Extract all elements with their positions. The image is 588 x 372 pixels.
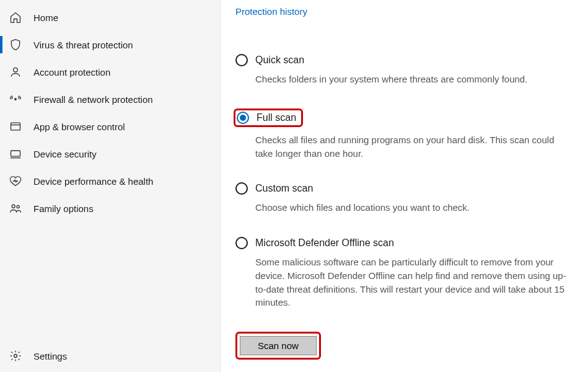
svg-point-1 [15, 99, 17, 100]
svg-point-4 [12, 205, 15, 208]
device-icon [9, 147, 22, 161]
radio-custom-scan[interactable] [235, 182, 248, 195]
sidebar: Home Virus & threat protection Account p… [0, 0, 221, 372]
sidebar-label-app-browser: App & browser control [33, 122, 125, 132]
scan-option-full: Full scan Checks all files and running p… [235, 108, 577, 161]
sidebar-item-firewall[interactable]: Firewall & network protection [0, 86, 220, 113]
scan-option-head-full[interactable]: Full scan [234, 108, 303, 127]
scan-option-offline: Microsoft Defender Offline scan Some mal… [235, 237, 577, 309]
sidebar-label-performance: Device performance & health [33, 176, 153, 187]
scan-option-head-offline[interactable]: Microsoft Defender Offline scan [235, 237, 577, 249]
heart-icon [9, 174, 22, 188]
svg-point-5 [17, 205, 19, 208]
sidebar-label-settings: Settings [33, 351, 67, 361]
radio-label-custom-scan[interactable]: Custom scan [255, 183, 313, 194]
protection-history-link[interactable]: Protection history [235, 6, 307, 17]
sidebar-label-firewall: Firewall & network protection [33, 94, 153, 105]
scan-desc-offline: Some malicious software can be particula… [255, 255, 571, 309]
sidebar-item-family[interactable]: Family options [0, 195, 220, 222]
sidebar-item-home[interactable]: Home [0, 4, 220, 31]
radio-full-scan[interactable] [237, 112, 249, 124]
sidebar-item-device-security[interactable]: Device security [0, 140, 220, 167]
person-icon [9, 65, 22, 79]
scan-option-quick: Quick scan Checks folders in your system… [235, 54, 577, 86]
radio-label-quick-scan[interactable]: Quick scan [255, 55, 304, 66]
scan-option-custom: Custom scan Choose which files and locat… [235, 182, 577, 215]
gear-icon [9, 349, 22, 363]
sidebar-item-virus-threat[interactable]: Virus & threat protection [0, 31, 220, 58]
sidebar-label-home: Home [33, 12, 58, 23]
sidebar-item-settings[interactable]: Settings [0, 342, 220, 370]
svg-point-6 [14, 355, 17, 358]
radio-tower-icon [9, 92, 22, 106]
scan-now-highlight: Scan now [235, 332, 321, 360]
scan-option-head-quick[interactable]: Quick scan [235, 54, 577, 66]
sidebar-items: Home Virus & threat protection Account p… [0, 4, 220, 342]
people-icon [9, 202, 22, 215]
sidebar-item-app-browser[interactable]: App & browser control [0, 113, 220, 140]
scan-now-button[interactable]: Scan now [240, 336, 317, 355]
sidebar-label-account: Account protection [33, 67, 110, 78]
scan-desc-quick: Checks folders in your system where thre… [255, 73, 571, 86]
scan-desc-custom: Choose which files and locations you wan… [255, 201, 571, 215]
sidebar-label-family: Family options [33, 203, 94, 214]
scan-desc-full: Checks all files and running programs on… [255, 133, 571, 161]
sidebar-item-performance[interactable]: Device performance & health [0, 167, 220, 195]
main-content: Protection history Quick scan Checks fol… [221, 0, 588, 372]
home-icon [9, 11, 22, 24]
sidebar-label-virus-threat: Virus & threat protection [33, 40, 133, 50]
window-icon [9, 120, 22, 133]
shield-icon [9, 38, 22, 51]
sidebar-label-device-security: Device security [33, 149, 97, 159]
sidebar-item-account[interactable]: Account protection [0, 58, 220, 86]
svg-rect-2 [11, 123, 20, 130]
svg-rect-3 [11, 151, 20, 156]
radio-quick-scan[interactable] [235, 54, 248, 66]
scan-option-head-custom[interactable]: Custom scan [235, 182, 577, 195]
radio-label-full-scan[interactable]: Full scan [257, 112, 296, 123]
radio-offline-scan[interactable] [235, 237, 248, 249]
radio-label-offline-scan[interactable]: Microsoft Defender Offline scan [255, 237, 394, 249]
svg-point-0 [14, 68, 18, 72]
